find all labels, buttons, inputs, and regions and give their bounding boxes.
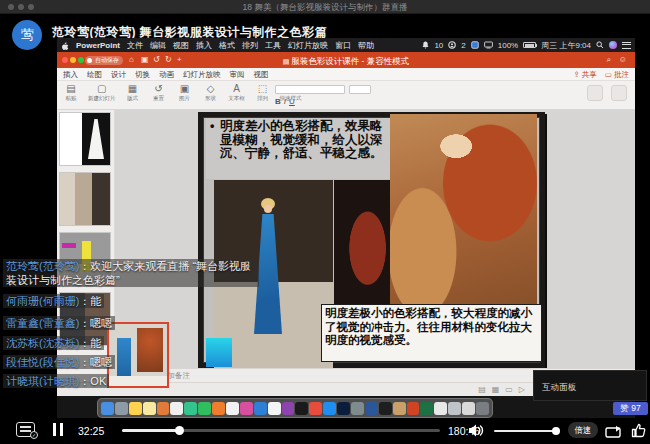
dock-app-icon-26[interactable]: [462, 402, 475, 415]
dock-app-icon-16[interactable]: [323, 402, 336, 415]
menu-插入[interactable]: 插入: [196, 40, 212, 51]
menu-帮助[interactable]: 帮助: [358, 40, 374, 51]
dock-app-icon-6[interactable]: [184, 402, 197, 415]
ribbon-形状[interactable]: ◇形状: [202, 82, 220, 102]
menubar-app-name[interactable]: PowerPoint: [76, 41, 120, 50]
slide-thumbnail-1[interactable]: [59, 112, 111, 166]
ribbon-文本框[interactable]: A文本框: [228, 82, 246, 102]
feedback-smiley-icon[interactable]: ☺: [619, 55, 627, 65]
menu-窗口[interactable]: 窗口: [335, 40, 351, 51]
ribbon-粘贴[interactable]: ▤粘贴: [62, 82, 80, 102]
progress-bar[interactable]: [122, 429, 440, 432]
bell-icon[interactable]: [422, 41, 429, 49]
pause-button[interactable]: [53, 423, 65, 436]
dock-app-icon-0[interactable]: [101, 402, 114, 415]
screen-mirroring-icon[interactable]: [484, 41, 493, 49]
dock-app-icon-3[interactable]: [143, 402, 156, 415]
streamer-avatar[interactable]: 莺: [12, 20, 42, 50]
tab-绘图[interactable]: 绘图: [87, 70, 102, 80]
dock-app-icon-18[interactable]: [351, 402, 364, 415]
dock-app-icon-21[interactable]: [393, 402, 406, 415]
progress-knob[interactable]: [175, 426, 184, 435]
dock-app-icon-15[interactable]: [309, 402, 322, 415]
tab-插入[interactable]: 插入: [63, 70, 78, 80]
menu-幻灯片放映[interactable]: 幻灯片放映: [288, 40, 328, 51]
dock-app-icon-5[interactable]: [170, 402, 183, 415]
tab-动画[interactable]: 动画: [159, 70, 174, 80]
dock-app-icon-4[interactable]: [157, 402, 170, 415]
volume-icon[interactable]: [468, 423, 484, 438]
slide-textbox-top[interactable]: • 明度差小的色彩搭配，效果略显模糊，视觉缓和，给人以深沉、宁静，舒适、平稳之感…: [206, 118, 390, 179]
dock-app-icon-1[interactable]: [115, 402, 128, 415]
dock-app-icon-12[interactable]: [268, 402, 281, 415]
dock-app-icon-25[interactable]: [448, 402, 461, 415]
like-count-badge: 赞 97: [613, 402, 648, 415]
mirror-flip-icon[interactable]: [604, 423, 624, 440]
slide-thumbnail-2[interactable]: [59, 172, 111, 226]
view-glyph-1[interactable]: ▦: [492, 385, 500, 394]
participants-icon[interactable]: [448, 41, 456, 49]
menubar-clock[interactable]: 周三 上午9:04: [541, 40, 591, 51]
dock-app-icon-17[interactable]: [337, 402, 350, 415]
menu-工具[interactable]: 工具: [265, 40, 281, 51]
dock-app-icon-27[interactable]: [476, 402, 489, 415]
dock-app-icon-11[interactable]: [254, 402, 267, 415]
ribbon-排列[interactable]: ⬚排列: [254, 82, 272, 102]
slide-photo-dark-red[interactable]: [334, 180, 390, 304]
ribbon-图片[interactable]: ▣图片: [176, 82, 194, 102]
dock-app-icon-20[interactable]: [379, 402, 392, 415]
thumbs-up-icon[interactable]: [631, 422, 646, 439]
selected-slide-thumbnail[interactable]: [107, 322, 169, 388]
interaction-panel[interactable]: 互动面板: [533, 370, 647, 401]
danmaku-settings-icon[interactable]: ✓: [16, 422, 35, 437]
apple-logo-icon[interactable]: [61, 41, 69, 50]
underline-button[interactable]: U: [289, 97, 295, 106]
tab-视图[interactable]: 视图: [254, 70, 269, 80]
comments-button[interactable]: ▭ 批注: [605, 70, 629, 80]
dock-app-icon-19[interactable]: [365, 402, 378, 415]
tab-切换[interactable]: 切换: [135, 70, 150, 80]
dock-app-icon-2[interactable]: [129, 402, 142, 415]
tab-审阅[interactable]: 审阅: [230, 70, 245, 80]
view-glyph-3[interactable]: ▷: [519, 385, 525, 394]
volume-slider[interactable]: [494, 430, 558, 433]
view-glyph-0[interactable]: ▤: [478, 385, 486, 394]
ribbon-版式[interactable]: ▦版式: [124, 82, 142, 102]
menu-文件[interactable]: 文件: [127, 40, 143, 51]
menu-排列[interactable]: 排列: [242, 40, 258, 51]
ribbon-重置[interactable]: ↺重置: [150, 82, 168, 102]
dock-app-icon-7[interactable]: [198, 402, 211, 415]
bold-button[interactable]: B: [275, 97, 281, 106]
designer-button[interactable]: [611, 85, 627, 101]
dock-app-icon-23[interactable]: [420, 402, 433, 415]
dock-app-icon-22[interactable]: [407, 402, 420, 415]
notification-center-icon[interactable]: [622, 42, 631, 49]
dock-app-icon-8[interactable]: [212, 402, 225, 415]
ribbon-新建幻灯片[interactable]: ▢新建幻灯片: [88, 82, 116, 102]
dock-app-icon-24[interactable]: [434, 402, 447, 415]
menu-格式[interactable]: 格式: [219, 40, 235, 51]
share-button[interactable]: ⇪ 共享: [573, 70, 596, 80]
view-switcher-icons: ▤▦▭▷: [478, 385, 525, 394]
font-name-box[interactable]: [275, 85, 345, 94]
tab-幻灯片放映[interactable]: 幻灯片放映: [183, 70, 221, 80]
font-size-box[interactable]: [349, 85, 371, 94]
playback-speed-button[interactable]: 倍速: [568, 422, 598, 438]
dock-app-icon-9[interactable]: [226, 402, 239, 415]
menu-视图[interactable]: 视图: [173, 40, 189, 51]
siri-icon[interactable]: [609, 41, 617, 49]
sensitivity-button[interactable]: [587, 85, 603, 101]
bullet-glyph: •: [210, 120, 214, 134]
spotlight-search-icon[interactable]: [596, 41, 604, 49]
dock-app-icon-10[interactable]: [240, 402, 253, 415]
menu-编辑[interactable]: 编辑: [150, 40, 166, 51]
slide-textbox-bottom[interactable]: 明度差极小的色彩搭配，较大程度的减小了视觉的冲击力。往往用材料的变化拉大明度的视…: [321, 304, 542, 362]
dock-app-icon-13[interactable]: [282, 402, 295, 415]
volume-knob[interactable]: [552, 427, 560, 435]
app-window-icon[interactable]: [471, 41, 479, 49]
dock-app-icon-14[interactable]: [295, 402, 308, 415]
ppt-search-icon[interactable]: ⌕: [607, 55, 611, 65]
tab-设计[interactable]: 设计: [111, 70, 126, 80]
italic-button[interactable]: I: [284, 97, 286, 106]
view-glyph-2[interactable]: ▭: [505, 385, 513, 394]
